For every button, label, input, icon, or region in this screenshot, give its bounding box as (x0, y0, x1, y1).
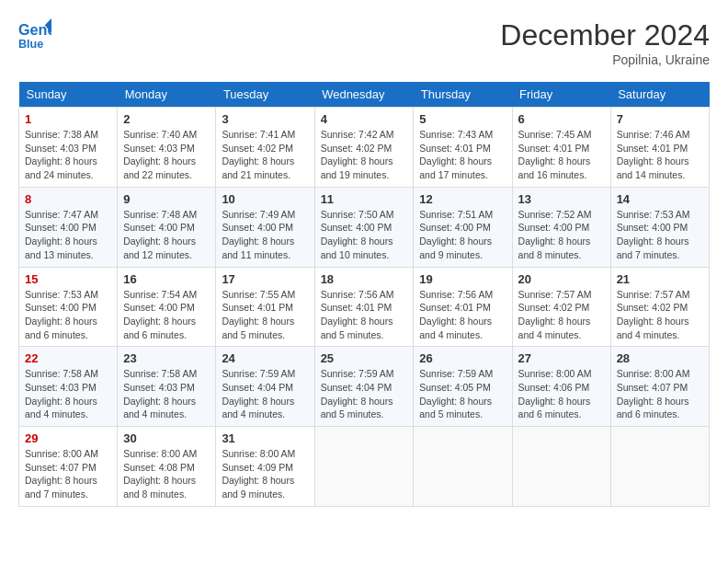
calendar-cell (512, 427, 610, 507)
day-info: Sunrise: 7:48 AMSunset: 4:00 PMDaylight:… (123, 208, 210, 262)
calendar-week-4: 22Sunrise: 7:58 AMSunset: 4:03 PMDayligh… (19, 347, 710, 427)
calendar-cell: 31Sunrise: 8:00 AMSunset: 4:09 PMDayligh… (216, 427, 314, 507)
day-info: Sunrise: 7:45 AMSunset: 4:01 PMDaylight:… (518, 128, 605, 182)
day-number: 18 (321, 272, 408, 286)
calendar-cell: 7Sunrise: 7:46 AMSunset: 4:01 PMDaylight… (610, 108, 709, 188)
calendar-cell: 21Sunrise: 7:57 AMSunset: 4:02 PMDayligh… (610, 267, 709, 347)
day-info: Sunrise: 7:57 AMSunset: 4:02 PMDaylight:… (617, 288, 703, 342)
calendar-cell: 23Sunrise: 7:58 AMSunset: 4:03 PMDayligh… (118, 347, 216, 427)
weekday-header-sunday: Sunday (19, 82, 118, 108)
svg-text:Blue: Blue (18, 38, 43, 51)
day-number: 29 (25, 431, 111, 445)
calendar-cell: 19Sunrise: 7:56 AMSunset: 4:01 PMDayligh… (414, 267, 512, 347)
calendar-cell: 4Sunrise: 7:42 AMSunset: 4:02 PMDaylight… (314, 108, 414, 188)
day-info: Sunrise: 7:59 AMSunset: 4:04 PMDaylight:… (222, 367, 308, 421)
day-number: 8 (25, 192, 111, 206)
calendar-cell: 12Sunrise: 7:51 AMSunset: 4:00 PMDayligh… (414, 187, 512, 267)
calendar-cell: 1Sunrise: 7:38 AMSunset: 4:03 PMDaylight… (19, 108, 118, 188)
logo-icon: General Blue (18, 18, 51, 52)
location: Popilnia, Ukraine (500, 52, 710, 67)
logo: General Blue (18, 18, 51, 52)
calendar-week-3: 15Sunrise: 7:53 AMSunset: 4:00 PMDayligh… (19, 267, 710, 347)
calendar-cell: 28Sunrise: 8:00 AMSunset: 4:07 PMDayligh… (610, 347, 709, 427)
day-number: 15 (25, 272, 111, 286)
calendar-cell: 18Sunrise: 7:56 AMSunset: 4:01 PMDayligh… (314, 267, 414, 347)
day-info: Sunrise: 7:59 AMSunset: 4:04 PMDaylight:… (321, 367, 408, 421)
day-number: 3 (222, 112, 308, 126)
calendar-cell: 16Sunrise: 7:54 AMSunset: 4:00 PMDayligh… (118, 267, 216, 347)
day-number: 30 (123, 431, 210, 445)
day-info: Sunrise: 7:53 AMSunset: 4:00 PMDaylight:… (617, 208, 703, 262)
day-number: 27 (518, 351, 605, 365)
calendar-cell (314, 427, 414, 507)
day-number: 5 (419, 112, 506, 126)
weekday-header-friday: Friday (512, 82, 610, 108)
day-number: 14 (617, 192, 703, 206)
day-info: Sunrise: 7:49 AMSunset: 4:00 PMDaylight:… (222, 208, 308, 262)
day-info: Sunrise: 7:58 AMSunset: 4:03 PMDaylight:… (123, 367, 210, 421)
day-info: Sunrise: 7:54 AMSunset: 4:00 PMDaylight:… (123, 288, 210, 342)
title-block: December 2024 Popilnia, Ukraine (500, 18, 710, 67)
day-info: Sunrise: 7:57 AMSunset: 4:02 PMDaylight:… (518, 288, 605, 342)
calendar-cell: 6Sunrise: 7:45 AMSunset: 4:01 PMDaylight… (512, 108, 610, 188)
day-info: Sunrise: 8:00 AMSunset: 4:07 PMDaylight:… (25, 447, 111, 501)
month-title: December 2024 (500, 18, 710, 52)
day-number: 4 (321, 112, 408, 126)
calendar-cell: 15Sunrise: 7:53 AMSunset: 4:00 PMDayligh… (19, 267, 118, 347)
weekday-header-wednesday: Wednesday (314, 82, 414, 108)
calendar-week-2: 8Sunrise: 7:47 AMSunset: 4:00 PMDaylight… (19, 187, 710, 267)
calendar-cell: 5Sunrise: 7:43 AMSunset: 4:01 PMDaylight… (414, 108, 512, 188)
day-number: 31 (222, 431, 308, 445)
day-info: Sunrise: 7:41 AMSunset: 4:02 PMDaylight:… (222, 128, 308, 182)
calendar-cell: 14Sunrise: 7:53 AMSunset: 4:00 PMDayligh… (610, 187, 709, 267)
day-number: 16 (123, 272, 210, 286)
page-header: General Blue December 2024 Popilnia, Ukr… (18, 18, 710, 67)
calendar-week-1: 1Sunrise: 7:38 AMSunset: 4:03 PMDaylight… (19, 108, 710, 188)
day-info: Sunrise: 7:50 AMSunset: 4:00 PMDaylight:… (321, 208, 408, 262)
calendar-cell: 8Sunrise: 7:47 AMSunset: 4:00 PMDaylight… (19, 187, 118, 267)
weekday-header-monday: Monday (118, 82, 216, 108)
day-number: 9 (123, 192, 210, 206)
day-info: Sunrise: 7:51 AMSunset: 4:00 PMDaylight:… (419, 208, 506, 262)
day-info: Sunrise: 7:58 AMSunset: 4:03 PMDaylight:… (25, 367, 111, 421)
day-info: Sunrise: 7:43 AMSunset: 4:01 PMDaylight:… (419, 128, 506, 182)
calendar-cell: 13Sunrise: 7:52 AMSunset: 4:00 PMDayligh… (512, 187, 610, 267)
calendar-cell (414, 427, 512, 507)
day-number: 12 (419, 192, 506, 206)
calendar-table: SundayMondayTuesdayWednesdayThursdayFrid… (18, 82, 710, 507)
day-number: 13 (518, 192, 605, 206)
calendar-cell: 20Sunrise: 7:57 AMSunset: 4:02 PMDayligh… (512, 267, 610, 347)
day-number: 21 (617, 272, 703, 286)
day-number: 20 (518, 272, 605, 286)
day-number: 11 (321, 192, 408, 206)
calendar-cell: 26Sunrise: 7:59 AMSunset: 4:05 PMDayligh… (414, 347, 512, 427)
day-number: 6 (518, 112, 605, 126)
day-number: 19 (419, 272, 506, 286)
weekday-header-thursday: Thursday (414, 82, 512, 108)
calendar-cell: 2Sunrise: 7:40 AMSunset: 4:03 PMDaylight… (118, 108, 216, 188)
day-number: 24 (222, 351, 308, 365)
day-info: Sunrise: 7:56 AMSunset: 4:01 PMDaylight:… (321, 288, 408, 342)
day-number: 1 (25, 112, 111, 126)
day-info: Sunrise: 7:59 AMSunset: 4:05 PMDaylight:… (419, 367, 506, 421)
day-number: 22 (25, 351, 111, 365)
calendar-cell: 22Sunrise: 7:58 AMSunset: 4:03 PMDayligh… (19, 347, 118, 427)
calendar-cell: 25Sunrise: 7:59 AMSunset: 4:04 PMDayligh… (314, 347, 414, 427)
calendar-cell: 24Sunrise: 7:59 AMSunset: 4:04 PMDayligh… (216, 347, 314, 427)
day-number: 23 (123, 351, 210, 365)
calendar-cell: 10Sunrise: 7:49 AMSunset: 4:00 PMDayligh… (216, 187, 314, 267)
day-info: Sunrise: 7:55 AMSunset: 4:01 PMDaylight:… (222, 288, 308, 342)
day-number: 25 (321, 351, 408, 365)
day-info: Sunrise: 8:00 AMSunset: 4:07 PMDaylight:… (617, 367, 703, 421)
day-number: 10 (222, 192, 308, 206)
calendar-body: 1Sunrise: 7:38 AMSunset: 4:03 PMDaylight… (19, 108, 710, 507)
day-number: 28 (617, 351, 703, 365)
day-info: Sunrise: 8:00 AMSunset: 4:06 PMDaylight:… (518, 367, 605, 421)
calendar-cell (610, 427, 709, 507)
day-info: Sunrise: 7:40 AMSunset: 4:03 PMDaylight:… (123, 128, 210, 182)
day-number: 7 (617, 112, 703, 126)
day-info: Sunrise: 8:00 AMSunset: 4:08 PMDaylight:… (123, 447, 210, 501)
day-info: Sunrise: 7:46 AMSunset: 4:01 PMDaylight:… (617, 128, 703, 182)
calendar-cell: 3Sunrise: 7:41 AMSunset: 4:02 PMDaylight… (216, 108, 314, 188)
day-number: 17 (222, 272, 308, 286)
